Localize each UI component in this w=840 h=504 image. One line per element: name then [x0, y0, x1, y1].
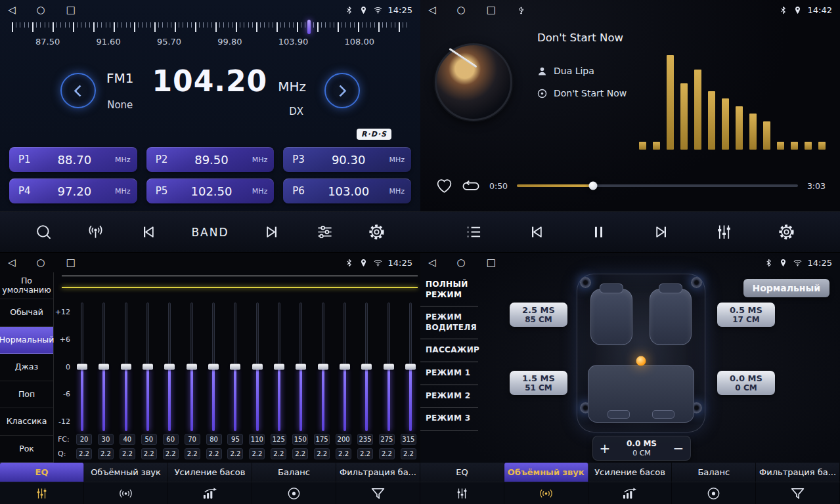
sound-preset-button[interactable]: Нормальный — [743, 279, 830, 297]
band-button[interactable]: BAND — [191, 226, 229, 239]
back-icon[interactable]: ◁ — [8, 5, 16, 15]
eq-preset-item[interactable]: Классика — [0, 408, 53, 435]
tab-filter[interactable]: Фильтрация ба... — [336, 463, 420, 482]
eq-slider-thumb[interactable] — [99, 364, 109, 370]
eq-band-slider[interactable] — [142, 303, 154, 431]
scan-search-icon[interactable] — [35, 223, 53, 241]
surround-sound-icon[interactable] — [504, 482, 588, 504]
eq-preset-item[interactable]: Джаз — [0, 354, 53, 381]
listening-position-dot[interactable] — [636, 356, 646, 366]
tab-bass-boost[interactable]: Усиление басов — [168, 463, 252, 482]
radio-preset-button[interactable]: P3 90.30 MHz — [283, 147, 411, 172]
eq-band-slider[interactable] — [186, 303, 198, 431]
eq-band-slider[interactable] — [120, 303, 132, 431]
back-icon[interactable]: ◁ — [428, 5, 436, 15]
eq-slider-thumb[interactable] — [77, 364, 87, 370]
surround-sound-icon[interactable] — [84, 482, 168, 504]
eq-band-slider[interactable] — [229, 303, 241, 431]
next-icon[interactable] — [263, 223, 281, 241]
eq-preset-item[interactable]: Нормальный — [0, 327, 53, 354]
eq-band-slider[interactable] — [295, 303, 307, 431]
eq-slider-thumb[interactable] — [121, 364, 131, 370]
next-track-icon[interactable] — [653, 223, 671, 241]
eq-slider-thumb[interactable] — [164, 364, 175, 370]
eq-slider-thumb[interactable] — [318, 364, 328, 370]
eq-band-slider[interactable] — [252, 303, 263, 431]
tune-down-button[interactable] — [60, 73, 96, 108]
balance-icon[interactable] — [672, 482, 756, 504]
filter-icon[interactable] — [756, 482, 840, 504]
eq-slider-thumb[interactable] — [208, 364, 219, 370]
tab-balance[interactable]: Баланс — [252, 463, 336, 482]
eq-preset-item[interactable]: Рок — [0, 436, 53, 463]
recents-icon[interactable]: □ — [66, 258, 76, 268]
mixer-icon[interactable] — [715, 223, 733, 241]
sound-mode-item[interactable]: РЕЖИМ ВОДИТЕЛЯ — [420, 306, 478, 339]
home-icon[interactable]: ○ — [457, 5, 466, 15]
home-icon[interactable]: ○ — [37, 258, 45, 268]
previous-icon[interactable] — [139, 223, 157, 241]
tab-balance[interactable]: Баланс — [672, 463, 756, 482]
filter-icon[interactable] — [336, 482, 420, 504]
eq-slider-thumb[interactable] — [340, 364, 350, 370]
radio-preset-button[interactable]: P5 102.50 MHz — [146, 178, 275, 203]
radio-preset-button[interactable]: P2 89.50 MHz — [146, 147, 275, 172]
eq-band-slider[interactable] — [405, 303, 416, 431]
eq-preset-item[interactable]: Обычай — [0, 299, 53, 326]
eq-preset-item[interactable]: По умолчанию — [0, 272, 53, 299]
eq-band-slider[interactable] — [383, 303, 395, 431]
eq-band-slider[interactable] — [208, 303, 219, 431]
tab-surround[interactable]: Объёмный звук — [84, 463, 168, 482]
eq-band-slider[interactable] — [164, 303, 175, 431]
sound-mode-item[interactable]: РЕЖИМ 1 — [420, 362, 478, 385]
radio-preset-button[interactable]: P1 88.70 MHz — [9, 147, 137, 172]
tab-filter[interactable]: Фильтрация ба... — [756, 463, 840, 482]
balance-icon[interactable] — [252, 482, 336, 504]
eq-slider-thumb[interactable] — [274, 364, 284, 370]
delay-decrease-button[interactable]: − — [667, 436, 690, 460]
sound-mode-item[interactable]: ПОЛНЫЙ РЕЖИМ — [420, 274, 478, 306]
eq-band-slider[interactable] — [317, 303, 329, 431]
eq-slider-thumb[interactable] — [252, 364, 263, 370]
sound-mode-item[interactable]: РЕЖИМ 3 — [420, 408, 478, 430]
eq-slider-thumb[interactable] — [296, 364, 306, 370]
seek-bar-knob[interactable] — [588, 182, 597, 190]
seek-bar[interactable] — [517, 184, 798, 187]
sound-mode-item[interactable]: РЕЖИМ 2 — [420, 385, 478, 408]
tab-eq[interactable]: EQ — [420, 463, 504, 482]
frequency-scale[interactable] — [12, 22, 409, 33]
recents-icon[interactable]: □ — [66, 5, 76, 15]
pause-icon[interactable] — [590, 223, 608, 241]
settings-gear-icon[interactable] — [778, 223, 795, 241]
eq-slider-thumb[interactable] — [143, 364, 153, 370]
previous-track-icon[interactable] — [527, 223, 545, 241]
back-icon[interactable]: ◁ — [428, 258, 436, 268]
eq-slider-thumb[interactable] — [405, 364, 416, 370]
equalizer-icon[interactable] — [0, 482, 84, 504]
tab-bass-boost[interactable]: Усиление басов — [588, 463, 673, 482]
eq-band-slider[interactable] — [98, 303, 110, 431]
playlist-icon[interactable] — [465, 223, 483, 241]
eq-slider-thumb[interactable] — [230, 364, 240, 370]
bass-boost-icon[interactable] — [588, 482, 673, 504]
home-icon[interactable]: ○ — [457, 258, 466, 268]
eq-band-slider[interactable] — [339, 303, 351, 431]
eq-band-slider[interactable] — [361, 303, 372, 431]
eq-slider-thumb[interactable] — [361, 364, 372, 370]
tune-up-button[interactable] — [324, 73, 360, 108]
eq-slider-thumb[interactable] — [384, 364, 394, 370]
eq-sliders-icon[interactable] — [316, 223, 334, 241]
bass-boost-icon[interactable] — [168, 482, 252, 504]
back-icon[interactable]: ◁ — [8, 258, 16, 268]
eq-preset-item[interactable]: Поп — [0, 381, 53, 408]
sound-mode-item[interactable]: ПАССАЖИР — [420, 339, 478, 362]
delay-increase-button[interactable]: + — [593, 436, 617, 460]
home-icon[interactable]: ○ — [37, 5, 45, 15]
favorite-heart-icon[interactable] — [436, 178, 453, 194]
eq-band-slider[interactable] — [273, 303, 285, 431]
equalizer-icon[interactable] — [420, 482, 504, 504]
eq-slider-thumb[interactable] — [187, 364, 197, 370]
eq-band-slider[interactable] — [76, 303, 88, 431]
recents-icon[interactable]: □ — [487, 258, 496, 268]
radio-preset-button[interactable]: P6 103.00 MHz — [283, 178, 411, 203]
